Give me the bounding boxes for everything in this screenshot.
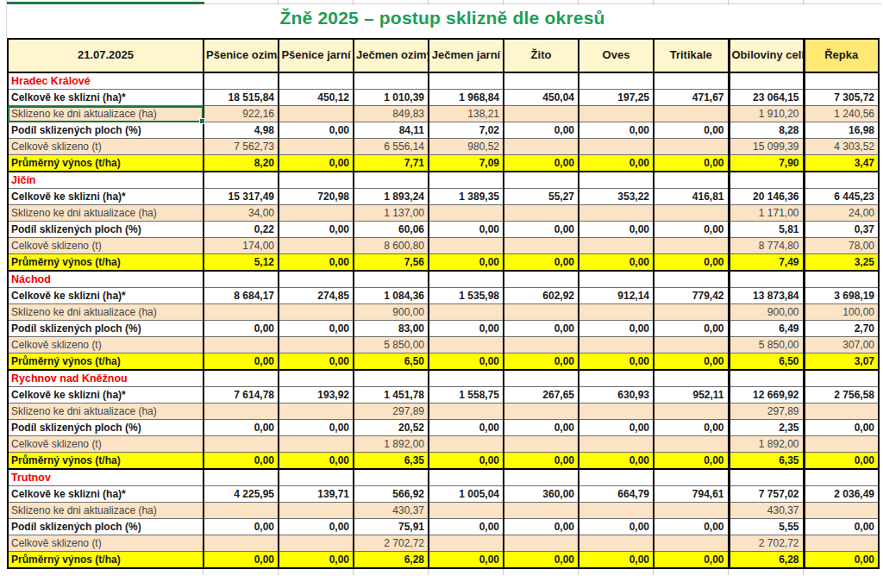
value-cell[interactable]: 6,28 bbox=[354, 552, 429, 569]
district-name-cell[interactable]: Hradec Králové bbox=[8, 72, 204, 90]
row-label-cell[interactable]: Celkově ke sklizni (ha)* bbox=[8, 486, 204, 503]
value-cell[interactable]: 430,37 bbox=[729, 503, 804, 519]
value-cell[interactable]: 0,00 bbox=[504, 321, 579, 337]
value-cell[interactable] bbox=[804, 403, 879, 420]
row-label-cell[interactable]: Celkově ke sklizni (ha)* bbox=[8, 387, 204, 403]
value-cell[interactable]: 7 305,72 bbox=[804, 90, 879, 106]
value-cell[interactable]: 12 669,92 bbox=[729, 387, 804, 403]
value-cell[interactable] bbox=[429, 72, 504, 90]
value-cell[interactable]: 2 036,49 bbox=[804, 486, 879, 503]
value-cell[interactable]: 193,92 bbox=[279, 387, 354, 403]
value-cell[interactable]: 0,00 bbox=[504, 453, 579, 470]
row-label-cell[interactable]: Průměrný výnos (t/ha) bbox=[8, 552, 204, 569]
value-cell[interactable] bbox=[429, 503, 504, 519]
value-cell[interactable]: 0,00 bbox=[279, 453, 354, 470]
value-cell[interactable]: 952,11 bbox=[654, 387, 729, 403]
value-cell[interactable] bbox=[204, 337, 279, 353]
value-cell[interactable]: 1 893,24 bbox=[354, 189, 429, 205]
value-cell[interactable]: 4,98 bbox=[204, 122, 279, 139]
value-cell[interactable] bbox=[579, 370, 654, 387]
value-cell[interactable] bbox=[429, 172, 504, 189]
value-cell[interactable] bbox=[354, 469, 429, 486]
value-cell[interactable] bbox=[579, 304, 654, 321]
value-cell[interactable] bbox=[579, 403, 654, 420]
value-cell[interactable] bbox=[579, 337, 654, 353]
value-cell[interactable]: 912,14 bbox=[579, 288, 654, 304]
value-cell[interactable]: 0,00 bbox=[279, 353, 354, 371]
value-cell[interactable]: 2 702,72 bbox=[354, 535, 429, 552]
value-cell[interactable]: 8 684,17 bbox=[204, 288, 279, 304]
value-cell[interactable]: 0,00 bbox=[504, 222, 579, 238]
value-cell[interactable]: 602,92 bbox=[504, 288, 579, 304]
row-label-cell[interactable]: Celkově sklizeno (t) bbox=[8, 238, 204, 254]
value-cell[interactable]: 1 910,20 bbox=[729, 106, 804, 122]
row-label-cell[interactable]: Celkově ke sklizni (ha)* bbox=[8, 189, 204, 205]
value-cell[interactable] bbox=[279, 535, 354, 552]
value-cell[interactable] bbox=[804, 370, 879, 387]
value-cell[interactable]: 1 084,36 bbox=[354, 288, 429, 304]
value-cell[interactable]: 900,00 bbox=[729, 304, 804, 321]
value-cell[interactable]: 7,56 bbox=[354, 254, 429, 272]
value-cell[interactable]: 664,79 bbox=[579, 486, 654, 503]
value-cell[interactable] bbox=[204, 370, 279, 387]
value-cell[interactable]: 6,50 bbox=[729, 353, 804, 371]
value-cell[interactable] bbox=[279, 370, 354, 387]
value-cell[interactable]: 23 064,15 bbox=[729, 90, 804, 106]
value-cell[interactable]: 0,00 bbox=[429, 321, 504, 337]
value-cell[interactable] bbox=[204, 469, 279, 486]
value-cell[interactable]: 1 558,75 bbox=[429, 387, 504, 403]
value-cell[interactable]: 7 757,02 bbox=[729, 486, 804, 503]
value-cell[interactable]: 430,37 bbox=[354, 503, 429, 519]
value-cell[interactable] bbox=[804, 436, 879, 453]
value-cell[interactable] bbox=[654, 106, 729, 122]
column-header[interactable]: Ječmen ozimý bbox=[354, 39, 429, 72]
value-cell[interactable]: 0,00 bbox=[579, 519, 654, 535]
value-cell[interactable]: 3 698,19 bbox=[804, 288, 879, 304]
value-cell[interactable]: 1 535,98 bbox=[429, 288, 504, 304]
value-cell[interactable] bbox=[279, 436, 354, 453]
value-cell[interactable]: 8 600,80 bbox=[354, 238, 429, 254]
value-cell[interactable] bbox=[354, 271, 429, 288]
value-cell[interactable] bbox=[804, 503, 879, 519]
value-cell[interactable]: 0,00 bbox=[504, 552, 579, 569]
value-cell[interactable]: 13 873,84 bbox=[729, 288, 804, 304]
value-cell[interactable]: 0,00 bbox=[654, 222, 729, 238]
value-cell[interactable] bbox=[429, 469, 504, 486]
value-cell[interactable]: 1 010,39 bbox=[354, 90, 429, 106]
column-header[interactable]: Ječmen jarní bbox=[429, 39, 504, 72]
value-cell[interactable]: 0,00 bbox=[204, 519, 279, 535]
value-cell[interactable]: 0,00 bbox=[579, 321, 654, 337]
value-cell[interactable]: 0,00 bbox=[579, 254, 654, 272]
column-header[interactable]: Pšenice jarní bbox=[279, 39, 354, 72]
value-cell[interactable]: 0,00 bbox=[654, 122, 729, 139]
value-cell[interactable] bbox=[429, 271, 504, 288]
value-cell[interactable]: 0,00 bbox=[204, 353, 279, 371]
value-cell[interactable] bbox=[354, 72, 429, 90]
value-cell[interactable] bbox=[204, 503, 279, 519]
value-cell[interactable] bbox=[504, 139, 579, 155]
column-header[interactable]: Žito bbox=[504, 39, 579, 72]
value-cell[interactable] bbox=[204, 271, 279, 288]
value-cell[interactable]: 922,16 bbox=[204, 106, 279, 122]
value-cell[interactable]: 0,00 bbox=[279, 519, 354, 535]
value-cell[interactable]: 794,61 bbox=[654, 486, 729, 503]
district-name-cell[interactable]: Trutnov bbox=[8, 469, 204, 486]
value-cell[interactable]: 100,00 bbox=[804, 304, 879, 321]
value-cell[interactable]: 174,00 bbox=[204, 238, 279, 254]
row-label-cell[interactable]: Podíl sklizených ploch (%) bbox=[8, 519, 204, 535]
value-cell[interactable] bbox=[654, 469, 729, 486]
value-cell[interactable]: 7,71 bbox=[354, 155, 429, 172]
value-cell[interactable]: 0,00 bbox=[579, 122, 654, 139]
value-cell[interactable] bbox=[579, 72, 654, 90]
value-cell[interactable] bbox=[504, 503, 579, 519]
row-label-cell[interactable]: Podíl sklizených ploch (%) bbox=[8, 321, 204, 337]
value-cell[interactable]: 5,81 bbox=[729, 222, 804, 238]
value-cell[interactable] bbox=[579, 106, 654, 122]
value-cell[interactable]: 0,00 bbox=[429, 420, 504, 436]
value-cell[interactable]: 3,47 bbox=[804, 155, 879, 172]
column-header[interactable]: Oves bbox=[579, 39, 654, 72]
value-cell[interactable]: 78,00 bbox=[804, 238, 879, 254]
column-header[interactable]: Tritikale bbox=[654, 39, 729, 72]
value-cell[interactable]: 0,00 bbox=[279, 222, 354, 238]
district-name-cell[interactable]: Jičín bbox=[8, 172, 204, 189]
